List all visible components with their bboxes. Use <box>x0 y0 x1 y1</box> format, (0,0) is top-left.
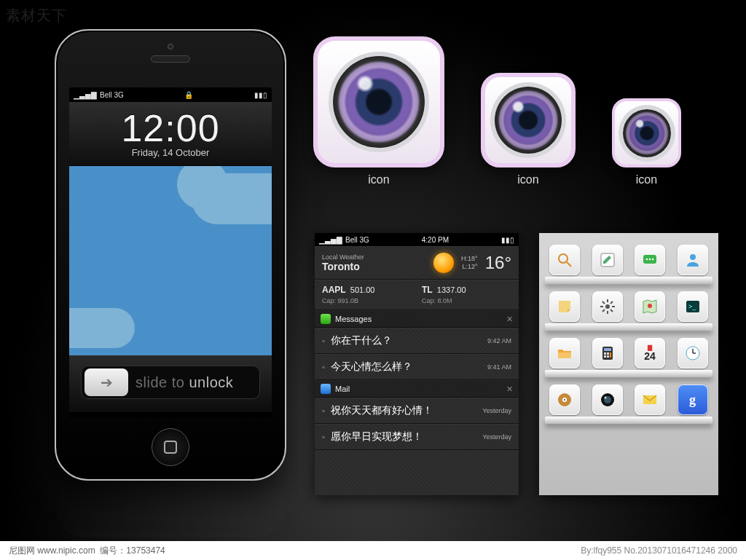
app-mail[interactable] <box>635 384 665 415</box>
mail-item[interactable]: ◦祝你天天都有好心情！Yesterday <box>315 398 519 424</box>
bullet-icon: ◦ <box>322 336 325 346</box>
weather-subtitle: Local Weather <box>322 253 426 261</box>
message-item[interactable]: ◦你在干什么？9:42 AM <box>315 328 519 354</box>
stock-cap: Cap: 8.0M <box>422 297 452 304</box>
app-shelf: g <box>549 384 708 415</box>
status-bar: ▁▃▅▇ Bell 3G 🔒 ▮▮▯ <box>69 87 272 102</box>
slide-label: slide to unlock <box>136 374 233 391</box>
weather-widget[interactable]: Local WeatherToronto H:18°L:12° 16° <box>315 246 519 280</box>
messages-icon <box>321 314 331 324</box>
home-button[interactable] <box>152 428 189 466</box>
camera-app-icon-medium[interactable]: icon <box>481 73 576 186</box>
camera-app-icon-small[interactable]: icon <box>612 98 681 186</box>
message-text: 今天心情怎么样？ <box>331 360 482 374</box>
app-files[interactable] <box>549 338 580 368</box>
folder-icon <box>556 344 573 362</box>
disc-icon <box>556 391 573 409</box>
notification-center: ▁▃▅▇ Bell 3G 4:20 PM ▮▮▯ Local WeatherTo… <box>315 233 519 495</box>
svg-rect-23 <box>604 352 606 355</box>
message-text: 你在干什么？ <box>331 334 482 347</box>
sticky-note-icon <box>556 298 573 315</box>
footer-bar: 尼图网 www.nipic.com 编号：13753474 By:lfqy955… <box>0 541 746 560</box>
watermark-top-left: 素材天下 <box>6 6 67 25</box>
lock-clock: 12:00 <box>76 106 264 150</box>
svg-line-1 <box>567 262 571 267</box>
stock-price: 501.00 <box>350 285 375 294</box>
pencil-note-icon <box>599 251 616 269</box>
svg-point-36 <box>604 397 606 399</box>
image-id: 13753474 <box>126 545 165 556</box>
carrier-label: Bell 3G <box>100 91 124 99</box>
message-time: 9:41 AM <box>487 363 511 371</box>
home-screen-panel: >_ ▇24 g <box>539 233 718 495</box>
app-search[interactable] <box>549 245 580 275</box>
app-shelf: ▇24 <box>549 338 708 368</box>
app-google[interactable]: g <box>678 384 708 415</box>
stock-symbol: AAPL <box>322 285 346 295</box>
person-icon <box>684 251 702 269</box>
envelope-icon <box>641 391 659 409</box>
close-icon[interactable]: ✕ <box>506 315 513 324</box>
svg-point-0 <box>559 254 568 263</box>
calendar-day: 24 <box>644 351 656 361</box>
mail-section-header: Mail✕ <box>315 380 519 398</box>
id-label: 编号： <box>100 545 126 556</box>
app-camera[interactable] <box>592 384 623 415</box>
close-icon[interactable]: ✕ <box>506 384 513 394</box>
svg-rect-22 <box>604 348 611 351</box>
app-maps[interactable] <box>635 291 665 322</box>
app-settings[interactable] <box>592 291 623 322</box>
svg-point-7 <box>690 254 696 260</box>
icon-label: icon <box>368 173 389 186</box>
stock-symbol: TL <box>422 285 433 295</box>
battery-icon: ▮▮▯ <box>501 236 514 244</box>
mail-item[interactable]: ◦愿你早日实现梦想！Yesterday <box>315 424 519 450</box>
slide-to-unlock[interactable]: ➔ slide to unlock <box>81 366 260 399</box>
svg-rect-25 <box>610 352 611 358</box>
weather-high: H:18° <box>461 255 478 263</box>
mail-time: Yesterday <box>482 407 511 414</box>
message-item[interactable]: ◦今天心情怎么样？9:41 AM <box>315 354 519 380</box>
terminal-icon: >_ <box>684 298 702 315</box>
bullet-icon: ◦ <box>322 406 325 416</box>
stocks-widget[interactable]: AAPL 501.00Cap: 991.0B TL 1337.00Cap: 8.… <box>315 280 519 310</box>
magnifier-icon <box>556 251 573 269</box>
app-music[interactable] <box>549 384 580 415</box>
mail-icon <box>321 384 331 394</box>
stock-cap: Cap: 991.0B <box>322 297 358 304</box>
svg-line-16 <box>610 301 613 304</box>
mail-text: 愿你早日实现梦想！ <box>331 430 476 443</box>
svg-point-8 <box>605 304 610 309</box>
svg-rect-26 <box>604 355 606 358</box>
app-clock[interactable] <box>678 338 708 368</box>
carrier-label: Bell 3G <box>345 236 369 244</box>
iphone-device: ▁▃▅▇ Bell 3G 🔒 ▮▮▯ 12:00 Friday, 14 Octo… <box>55 29 286 481</box>
battery-icon: ▮▮▯ <box>254 91 267 99</box>
camera-lens-icon <box>495 87 562 154</box>
app-calculator[interactable] <box>592 338 623 368</box>
status-time: 4:20 PM <box>422 236 449 244</box>
camera-lens-icon <box>333 56 425 148</box>
calculator-icon <box>599 344 616 362</box>
status-bar: ▁▃▅▇ Bell 3G 4:20 PM ▮▮▯ <box>315 233 519 246</box>
svg-line-15 <box>602 309 605 312</box>
cloud-icon <box>192 173 272 224</box>
camera-icon <box>599 391 616 409</box>
slider-knob[interactable]: ➔ <box>85 368 128 396</box>
section-title: Mail <box>335 384 350 393</box>
lock-screen: ▁▃▅▇ Bell 3G 🔒 ▮▮▯ 12:00 Friday, 14 Octo… <box>69 87 272 418</box>
camera-app-icon-large[interactable]: icon <box>313 36 444 186</box>
app-chat[interactable] <box>635 245 665 275</box>
app-sticky-notes[interactable] <box>549 291 580 322</box>
app-shelf <box>549 245 708 275</box>
svg-rect-20 <box>558 352 571 358</box>
svg-rect-24 <box>607 352 609 355</box>
app-notes[interactable] <box>592 245 623 275</box>
camera-lens-icon <box>623 109 671 157</box>
svg-rect-27 <box>607 355 609 358</box>
app-terminal[interactable]: >_ <box>678 291 708 322</box>
signal-icon: ▁▃▅▇ <box>319 236 342 244</box>
app-contact[interactable] <box>678 245 708 275</box>
gear-icon <box>599 298 616 315</box>
app-calendar[interactable]: ▇24 <box>635 338 665 368</box>
